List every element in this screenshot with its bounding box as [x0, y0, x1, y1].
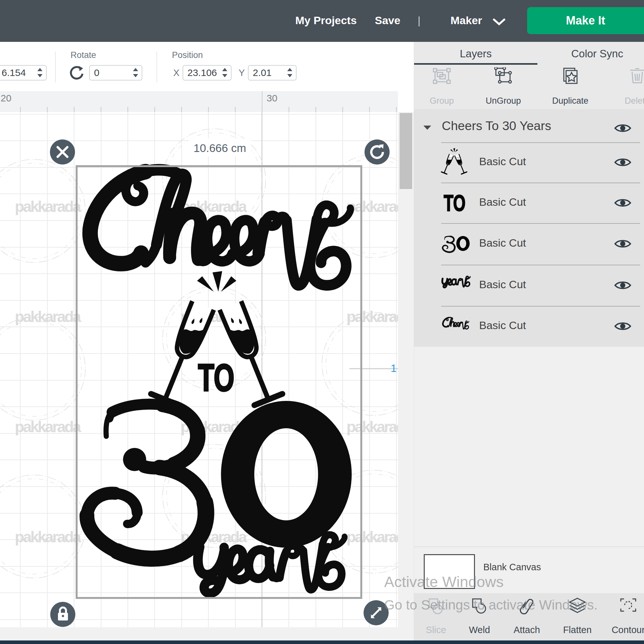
svg-text:pakkarada: pakkarada: [15, 308, 81, 325]
svg-text:TO: TO: [198, 356, 234, 399]
svg-text:pakkarada: pakkarada: [346, 528, 398, 545]
svg-text:1: 1: [391, 362, 397, 374]
svg-text:pakkarada: pakkarada: [15, 198, 81, 215]
svg-text:pakkarada: pakkarada: [346, 198, 398, 215]
svg-text:pakkarada: pakkarada: [15, 528, 81, 545]
svg-text:pakkarada: pakkarada: [15, 418, 81, 435]
svg-text:pakkarada: pakkarada: [346, 418, 398, 435]
svg-text:pakkarada: pakkarada: [346, 308, 398, 325]
svg-text:10.666 cm: 10.666 cm: [194, 142, 246, 154]
